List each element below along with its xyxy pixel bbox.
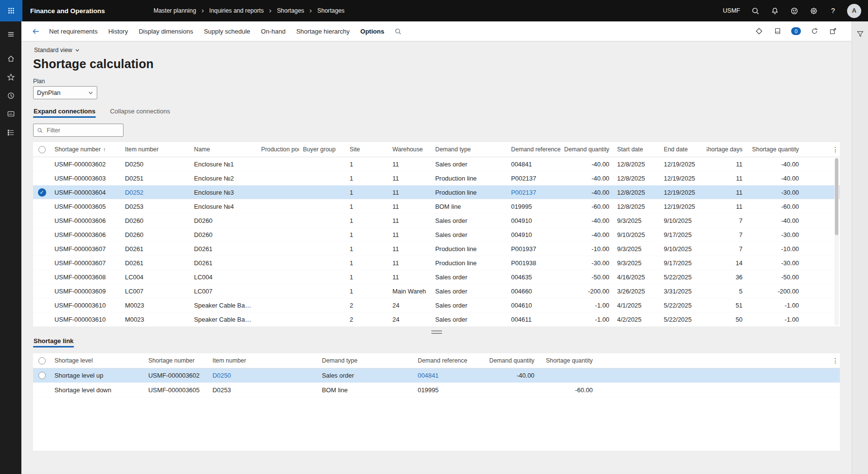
open-filter-pane-button[interactable] bbox=[854, 28, 867, 41]
cell-link[interactable]: D0252 bbox=[121, 189, 190, 196]
row-checkbox[interactable] bbox=[33, 372, 51, 379]
breadcrumb-item[interactable]: Shortages bbox=[315, 7, 346, 14]
help-button[interactable]: ? bbox=[824, 0, 842, 21]
grid-cell: -30.00 bbox=[746, 189, 803, 196]
grid-cell: 11 bbox=[389, 231, 431, 238]
table-row[interactable]: USMF-000003605D0253Enclosure №4111BOM li… bbox=[33, 200, 840, 214]
table-row[interactable]: ✓USMF-000003604D0252Enclosure №3111Produ… bbox=[33, 185, 840, 200]
breadcrumb-item[interactable]: Master planning bbox=[152, 7, 198, 14]
open-in-new-window-button[interactable] bbox=[828, 21, 838, 41]
column-header[interactable]: Demand reference bbox=[414, 357, 490, 364]
feedback-button[interactable] bbox=[785, 0, 803, 21]
column-header[interactable]: Shortage level bbox=[51, 357, 144, 364]
breadcrumb-item[interactable]: Shortages bbox=[275, 7, 306, 14]
sidebar-item-recent[interactable] bbox=[0, 87, 21, 104]
plan-combobox[interactable]: DynPlan bbox=[33, 86, 97, 99]
settings-button[interactable] bbox=[804, 0, 823, 21]
table-row[interactable]: USMF-000003608LC004LC004111Sales order00… bbox=[33, 270, 840, 284]
action-pane: Net requirements History Display dimensi… bbox=[21, 21, 851, 41]
table-row[interactable]: Shortage level downUSMF-000003605D0253BO… bbox=[33, 383, 840, 398]
refresh-button[interactable] bbox=[810, 21, 819, 41]
sidebar-item-favorites[interactable] bbox=[0, 68, 21, 86]
column-header[interactable]: Name bbox=[190, 146, 257, 153]
table-row[interactable]: USMF-000003603D0251Enclosure №2111Produc… bbox=[33, 171, 840, 185]
column-header[interactable]: Start date bbox=[613, 146, 660, 153]
column-header-label: Start date bbox=[617, 146, 643, 153]
column-header[interactable]: Shortage number↑ bbox=[51, 146, 121, 153]
column-header[interactable]: Shortage days bbox=[707, 146, 746, 153]
row-checkbox[interactable]: ✓ bbox=[33, 188, 51, 197]
table-row[interactable]: USMF-000003609LC007LC0071Main WarehSales… bbox=[33, 284, 840, 298]
column-header[interactable]: Production pool bbox=[257, 146, 299, 153]
column-header[interactable]: Demand type bbox=[318, 357, 414, 364]
action-on-hand[interactable]: On-hand bbox=[256, 21, 291, 41]
expand-menu-button[interactable] bbox=[0, 25, 21, 43]
breadcrumb-item[interactable]: Inquiries and reports bbox=[207, 7, 266, 14]
shortage-link-tab-row: Shortage link bbox=[33, 337, 840, 348]
view-selector[interactable]: Standard view bbox=[33, 46, 81, 55]
column-header[interactable]: Demand quantity bbox=[565, 146, 613, 153]
cell-link[interactable]: P002137 bbox=[507, 189, 565, 196]
grid-cell: 12/8/2025 bbox=[613, 189, 660, 196]
back-button[interactable] bbox=[27, 21, 44, 41]
table-row[interactable]: USMF-000003602D0250Enclosure №1111Sales … bbox=[33, 157, 840, 171]
grid-cell: Shortage level up bbox=[51, 372, 144, 379]
shortage-grid: Shortage number↑Item numberNameProductio… bbox=[33, 142, 840, 327]
table-row[interactable]: USMF-000003610M0023Speaker Cable Bana...… bbox=[33, 312, 840, 327]
table-row[interactable]: USMF-000003607D0261D0261111Production li… bbox=[33, 242, 840, 256]
action-net-requirements[interactable]: Net requirements bbox=[44, 21, 103, 41]
grid-cell: -60.00 bbox=[746, 203, 803, 210]
app-title[interactable]: Finance and Operations bbox=[30, 7, 105, 15]
splitter-handle-icon[interactable] bbox=[431, 330, 442, 334]
column-options-icon[interactable]: ⋮ bbox=[831, 146, 840, 153]
app-launcher-button[interactable] bbox=[0, 0, 22, 21]
tab-collapse-connections[interactable]: Collapse connections bbox=[109, 108, 171, 119]
column-header[interactable]: Demand quantity bbox=[490, 357, 538, 364]
tab-shortage-link[interactable]: Shortage link bbox=[33, 337, 74, 348]
column-options-icon[interactable]: ⋮ bbox=[831, 357, 840, 365]
action-shortage-hierarchy[interactable]: Shortage hierarchy bbox=[291, 21, 355, 41]
action-pane-search-button[interactable] bbox=[390, 21, 406, 41]
column-header[interactable]: Demand reference bbox=[507, 146, 565, 153]
column-header[interactable]: Shortage number bbox=[144, 357, 209, 364]
chevron-down-icon bbox=[75, 48, 80, 53]
cell-link[interactable]: D0250 bbox=[209, 372, 318, 379]
column-header[interactable]: Item number bbox=[121, 146, 190, 153]
table-row[interactable]: USMF-000003610M0023Speaker Cable Bana...… bbox=[33, 298, 840, 312]
task-guide-button[interactable] bbox=[773, 21, 782, 41]
action-history[interactable]: History bbox=[103, 21, 133, 41]
vertical-scrollbar[interactable] bbox=[834, 158, 839, 326]
chevron-down-icon bbox=[88, 90, 93, 95]
company-picker-button[interactable]: USMF bbox=[718, 0, 745, 21]
column-header[interactable]: Shortage quantity bbox=[538, 357, 597, 364]
action-supply-schedule[interactable]: Supply schedule bbox=[198, 21, 255, 41]
action-display-dimensions[interactable]: Display dimensions bbox=[133, 21, 198, 41]
column-header[interactable]: Site bbox=[346, 146, 389, 153]
sidebar-item-workspaces[interactable] bbox=[0, 105, 21, 123]
cell-link[interactable]: 004841 bbox=[414, 372, 490, 379]
column-header[interactable]: Item number bbox=[209, 357, 318, 364]
user-avatar[interactable]: A bbox=[847, 4, 861, 18]
column-header[interactable]: Warehouse bbox=[389, 146, 431, 153]
search-button[interactable] bbox=[746, 0, 764, 21]
column-header[interactable]: Demand type bbox=[431, 146, 507, 153]
sidebar-item-home[interactable] bbox=[0, 50, 21, 67]
select-all-checkbox[interactable] bbox=[33, 357, 51, 365]
action-options[interactable]: Options bbox=[355, 21, 390, 41]
column-header[interactable]: End date bbox=[660, 146, 707, 153]
notifications-button[interactable] bbox=[765, 0, 784, 21]
filter-input[interactable] bbox=[46, 127, 120, 134]
attachments-count-badge[interactable]: 0 bbox=[791, 27, 801, 35]
sidebar-item-modules[interactable] bbox=[0, 124, 21, 141]
table-row[interactable]: USMF-000003607D0261D0261111Production li… bbox=[33, 256, 840, 270]
table-row[interactable]: USMF-000003606D0260D0260111Sales order00… bbox=[33, 228, 840, 242]
table-row[interactable]: USMF-000003606D0260D0260111Sales order00… bbox=[33, 214, 840, 228]
select-all-checkbox[interactable] bbox=[33, 146, 51, 153]
table-row[interactable]: Shortage level upUSMF-000003602D0250Sale… bbox=[33, 368, 840, 383]
refresh-icon bbox=[811, 27, 818, 35]
column-header[interactable]: Shortage quantity bbox=[746, 146, 803, 153]
tab-expand-connections[interactable]: Expand connections bbox=[33, 108, 96, 119]
scrollbar-thumb[interactable] bbox=[835, 158, 838, 235]
column-header[interactable]: Buyer group bbox=[299, 146, 346, 153]
power-apps-button[interactable] bbox=[754, 21, 764, 41]
